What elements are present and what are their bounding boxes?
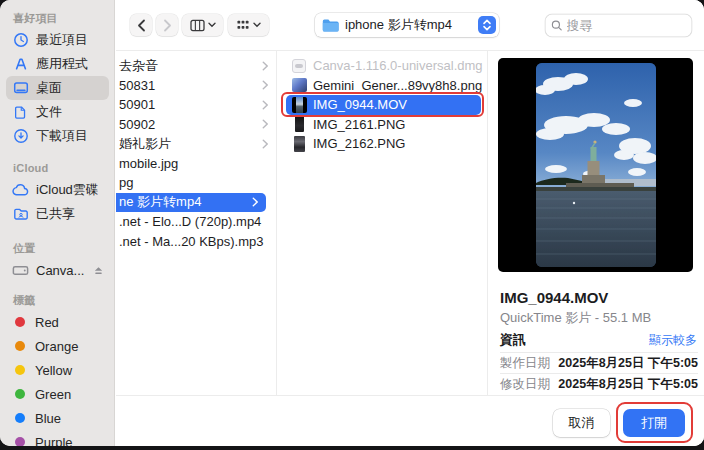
sidebar-tag-blue[interactable]: Blue [0,406,114,430]
info-row-modified: 修改日期 2025年8月25日 下午5:05 [500,374,698,394]
group-by-button[interactable] [228,14,269,36]
chevron-right-icon [262,80,268,90]
sidebar-tag-yellow[interactable]: Yellow [0,358,114,382]
sidebar-tag-green[interactable]: Green [0,382,114,406]
toolbar: iphone 影片转mp4 [116,0,704,51]
info-row-created: 製作日期 2025年8月25日 下午5:05 [500,353,698,373]
folder-row[interactable]: 50831 [116,76,276,96]
orange-tag-icon [15,341,25,351]
file-row-disabled: Canva-1.116.0-universal.dmg [278,56,487,76]
sidebar-item-label: 桌面 [36,79,62,97]
chevron-right-icon [262,139,268,149]
file-row[interactable]: IMG_2161.PNG [278,115,487,135]
sidebar-item-label: 應用程式 [36,55,88,73]
eject-icon[interactable] [93,265,104,276]
folder-row[interactable]: 去杂音 [116,56,276,76]
sidebar-item-documents[interactable]: 文件 [0,100,114,124]
file-row[interactable]: .net - Ma...20 KBps).mp3 [116,232,276,252]
file-row-selected[interactable]: IMG_0944.MOV [286,95,481,115]
folder-row-selected[interactable]: ne 影片转mp4 [116,193,266,213]
chevron-down-icon [208,22,216,28]
statue-of-liberty-preview-image [536,63,656,267]
sidebar-tag-purple[interactable]: Purple [0,430,114,446]
preview-pane: IMG_0944.MOV QuickTime 影片 - 55.1 MB 資訊 顯… [488,51,704,395]
yellow-tag-icon [15,365,25,375]
sidebar-item-label: 已共享 [36,205,75,223]
sidebar-section-tags: 標籤 [0,290,114,310]
clock-icon [12,32,29,49]
chevron-right-icon [163,19,172,32]
search-icon [551,19,563,32]
folder-row[interactable]: 婚礼影片 [116,134,276,154]
tag-label: Purple [35,435,73,447]
sidebar: 喜好項目 最近項目 應用程式 桌面 文件 [0,0,115,446]
sidebar-item-desktop[interactable]: 桌面 [6,76,109,100]
green-tag-icon [15,389,25,399]
show-more-link[interactable]: 顯示較多 [649,332,697,349]
folder-row[interactable]: 50902 [116,115,276,135]
preview-file-meta: QuickTime 影片 - 55.1 MB [500,309,651,327]
sidebar-item-label: 最近項目 [36,31,88,49]
red-tag-icon [15,317,25,327]
sidebar-item-applications[interactable]: 應用程式 [0,52,114,76]
current-folder-label: iphone 影片转mp4 [345,16,452,34]
chevron-right-icon [252,197,258,207]
sidebar-item-downloads[interactable]: 下載項目 [0,124,114,148]
info-heading: 資訊 [500,331,526,349]
video-thumbnail-icon [291,97,307,113]
open-file-dialog: 喜好項目 最近項目 應用程式 桌面 文件 [0,0,704,446]
dialog-main: iphone 影片转mp4 去杂音 50831 [116,0,704,446]
external-drive-icon [12,262,29,279]
tag-label: Green [35,387,71,402]
chevron-right-icon [262,100,268,110]
sidebar-section-icloud: iCloud [0,158,114,178]
back-button[interactable] [130,14,152,36]
sidebar-item-canva-volume[interactable]: Canva... [0,258,114,282]
chevron-right-icon [262,119,268,129]
chevron-down-icon [253,22,261,28]
open-button[interactable]: 打開 [623,409,685,437]
search-input[interactable] [567,18,687,33]
sidebar-tag-red[interactable]: Red [0,310,114,334]
tag-label: Red [35,315,59,330]
forward-button[interactable] [156,14,178,36]
column-view-icon [190,19,205,32]
search-field[interactable] [545,14,692,37]
sidebar-item-label: 文件 [36,103,62,121]
location-popup[interactable]: iphone 影片转mp4 [315,13,499,37]
dmg-file-icon [291,58,307,74]
file-row[interactable]: mobile.jpg [116,154,276,174]
image-thumbnail-icon [291,136,307,152]
chevron-left-icon [137,19,146,32]
sidebar-item-label: 下載項目 [36,127,88,145]
sidebar-item-label: iCloud雲碟 [36,181,99,199]
download-icon [12,128,29,145]
image-thumbnail-icon [291,77,307,93]
file-row[interactable]: IMG_2162.PNG [278,134,487,154]
popup-stepper-icon [478,16,496,34]
apps-icon [12,56,29,73]
cancel-button[interactable]: 取消 [553,409,610,437]
cloud-icon [12,182,29,199]
chevron-right-icon [262,61,268,71]
sidebar-tag-orange[interactable]: Orange [0,334,114,358]
sidebar-section-favorites: 喜好項目 [0,8,114,28]
sidebar-section-locations: 位置 [0,238,114,258]
folder-icon [322,19,339,32]
file-row[interactable]: .net - Elo...D (720p).mp4 [116,212,276,232]
sidebar-item-shared[interactable]: 已共享 [0,202,114,226]
document-icon [12,104,29,121]
sidebar-item-icloud-drive[interactable]: iCloud雲碟 [0,178,114,202]
preview-file-name: IMG_0944.MOV [500,289,608,306]
file-row[interactable]: pg [116,173,276,193]
grouping-icon [236,19,250,31]
tag-label: Yellow [35,363,72,378]
folder-row[interactable]: 50901 [116,95,276,115]
tag-label: Orange [35,339,78,354]
sidebar-item-recents[interactable]: 最近項目 [0,28,114,52]
dialog-footer: 取消 打開 [116,395,704,446]
purple-tag-icon [15,437,25,446]
view-mode-button[interactable] [182,14,223,36]
file-row[interactable]: Gemini_Gener...89vy8h8.png [278,76,487,96]
video-preview-frame[interactable] [498,58,693,272]
